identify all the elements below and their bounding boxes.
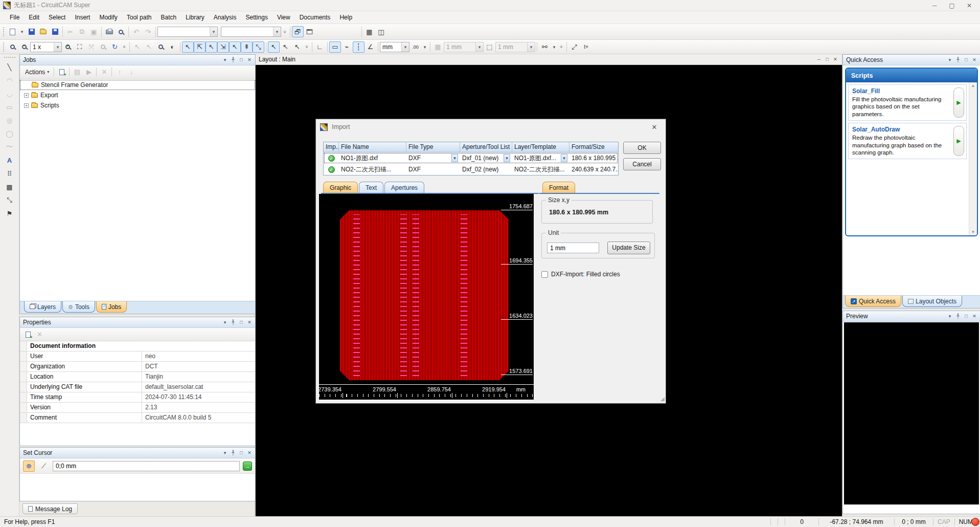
panel-close-icon[interactable]: ✕ [246, 449, 253, 457]
expand-icon[interactable]: + [24, 103, 29, 108]
panel-close-icon[interactable]: ✕ [246, 56, 253, 64]
arc-tool-icon[interactable]: ◠ [4, 75, 15, 86]
rectangle-tool-icon[interactable]: ▭ [4, 101, 15, 113]
delete-property-button[interactable]: ✕ [34, 329, 45, 340]
cursor-position-input[interactable] [53, 461, 240, 471]
capture-rect-button[interactable]: ▭ [329, 41, 341, 53]
select-mode-group-button[interactable]: ⇞ [241, 41, 253, 53]
save-button[interactable] [49, 26, 61, 37]
actions-menu-button[interactable]: Actions▾ [22, 68, 52, 77]
toolbar-combo-2[interactable]: ▾ [221, 27, 281, 37]
edit-job-button[interactable]: ▤ [71, 67, 83, 78]
panel-maximize-icon[interactable]: □ [238, 56, 245, 64]
panel-pin-icon[interactable]: ╀ [230, 449, 237, 457]
zoom-cursor-button[interactable] [155, 41, 167, 53]
unit-combo[interactable]: mm▾ [380, 42, 409, 52]
delete-job-button[interactable]: ✕ [98, 67, 110, 78]
redraw-button[interactable]: ↻ [109, 41, 121, 53]
pane-maximize-icon[interactable]: □ [824, 55, 831, 64]
print-preview-button[interactable] [115, 26, 127, 37]
select-mode-path-button[interactable]: ⇲ [217, 41, 229, 53]
tab-text[interactable]: Text [359, 182, 383, 193]
zoom-out-button[interactable]: − [18, 41, 30, 53]
measure-tool-icon[interactable]: ⤡ [4, 194, 15, 206]
menu-analysis[interactable]: Analysis [209, 12, 241, 23]
panel-pin-icon[interactable]: ╀ [230, 318, 237, 327]
move-down-button[interactable]: ↓ [125, 67, 137, 78]
segment-mode-button[interactable]: ⚯ [539, 41, 551, 53]
new-file-dropdown[interactable]: ▾ [18, 26, 26, 37]
jump-to-cursor-button[interactable]: ⟋ [38, 460, 50, 472]
zoom-level-combo[interactable]: 1 x▾ [30, 42, 62, 52]
maximize-button[interactable]: ▢ [943, 1, 961, 11]
toolbar-overflow[interactable]: ⩒ [121, 41, 128, 53]
set-cursor-target-button[interactable]: ⊕ [23, 460, 35, 472]
panel-close-icon[interactable]: ✕ [246, 318, 253, 327]
dropdown-icon[interactable]: ▼ [561, 154, 567, 162]
marker-tool-icon[interactable]: ⚑ [4, 208, 15, 219]
graphic-preview[interactable]: 1754.687 1694.355 1634.023 1573.691 2739… [319, 194, 534, 400]
expand-icon[interactable]: + [24, 93, 29, 98]
menu-tool-path[interactable]: Tool path [122, 12, 156, 23]
transform-button[interactable]: ⤢ [568, 41, 580, 53]
window-new-button[interactable]: 🗔 [304, 26, 315, 37]
panel-close-icon[interactable]: ✕ [971, 56, 978, 64]
tab-jobs[interactable]: Jobs [96, 301, 127, 313]
pane-close-icon[interactable]: ✕ [832, 55, 839, 64]
toolbar-combo-1[interactable]: ▾ [157, 27, 218, 37]
cursor-snap-button[interactable]: ⬚ [484, 41, 495, 53]
property-row-cat-file[interactable]: Underlying CAT filedefault_lasersolar.ca… [20, 382, 255, 392]
window-layout-button[interactable]: 🗗 [292, 26, 304, 37]
preview-viewport[interactable] [844, 322, 979, 504]
panel-maximize-icon[interactable]: □ [238, 318, 245, 327]
property-row-user[interactable]: Userneo [20, 352, 255, 362]
dialog-resize-grip[interactable]: ◢ [660, 396, 665, 402]
text-scale-button[interactable]: t× [580, 41, 592, 53]
snap-point-button[interactable]: ⌁ [341, 41, 353, 53]
print-button[interactable] [103, 26, 115, 37]
ok-button[interactable]: OK [623, 142, 661, 154]
property-row-comment[interactable]: CommentCircuitCAM 8.0.0 build 5 [20, 413, 255, 423]
pane-minimize-icon[interactable]: ─ [815, 55, 823, 64]
run-job-button[interactable]: ▶ [83, 67, 95, 78]
menu-insert[interactable]: Insert [70, 12, 95, 23]
combo-arrow-icon[interactable]: ▾ [273, 27, 281, 36]
notification-badge[interactable] [971, 518, 979, 526]
menu-view[interactable]: View [272, 12, 295, 23]
align-tools-button[interactable]: ▦ [363, 26, 375, 37]
menu-batch[interactable]: Batch [156, 12, 181, 23]
tab-message-log[interactable]: Message Log [22, 503, 78, 514]
copy-button[interactable]: ⧉ [76, 26, 88, 37]
menu-edit[interactable]: Edit [24, 12, 44, 23]
tab-apertures[interactable]: Apertures [384, 182, 424, 193]
panel-menu-icon[interactable]: ▾ [946, 312, 953, 321]
select-mode-poly-button[interactable]: ↖ [206, 41, 217, 53]
zoom-in-button[interactable]: + [62, 41, 74, 53]
run-script-button[interactable]: ▶ [953, 126, 964, 156]
layout-tab-label[interactable]: Layout : Main [259, 56, 295, 63]
scroll-up-icon[interactable]: ▲ [971, 83, 975, 88]
property-row-timestamp[interactable]: Time stamp2024-07-30 11:45:14 [20, 392, 255, 403]
new-property-button[interactable] [22, 329, 34, 340]
minimize-button[interactable]: ─ [926, 1, 943, 11]
toolbar-overflow[interactable]: ⩒ [281, 26, 288, 37]
tab-tools[interactable]: ⚙ Tools [62, 301, 95, 313]
select-mode-point-button[interactable]: ↖ [229, 41, 241, 53]
panel-pin-icon[interactable]: ╀ [230, 56, 237, 64]
panel-maximize-icon[interactable]: □ [963, 56, 970, 64]
toolbar-overflow[interactable]: ⩒ [558, 41, 565, 53]
pattern-tool-icon[interactable]: ▩ [4, 181, 15, 192]
pick-mode-3-button[interactable]: ↖ [291, 41, 303, 53]
dropdown-icon[interactable]: ▼ [504, 154, 510, 162]
import-dialog-titlebar[interactable]: Import ✕ [316, 119, 666, 135]
dropdown-icon[interactable]: ▼ [451, 154, 458, 162]
guide-line-button[interactable]: ┆ [353, 41, 364, 53]
scroll-down-icon[interactable]: ▼ [971, 230, 975, 234]
tab-format[interactable]: Format [542, 182, 575, 193]
script-name-link[interactable]: Solar_Fill [852, 87, 951, 95]
add-job-button[interactable] [56, 67, 67, 78]
highlight-toggle-button[interactable]: ◐ [167, 41, 178, 53]
grid-toggle-button[interactable]: ▦ [432, 41, 444, 53]
redo-button[interactable]: ↷ [142, 26, 154, 37]
select-mode-all-button[interactable]: ⤡ [253, 41, 264, 53]
